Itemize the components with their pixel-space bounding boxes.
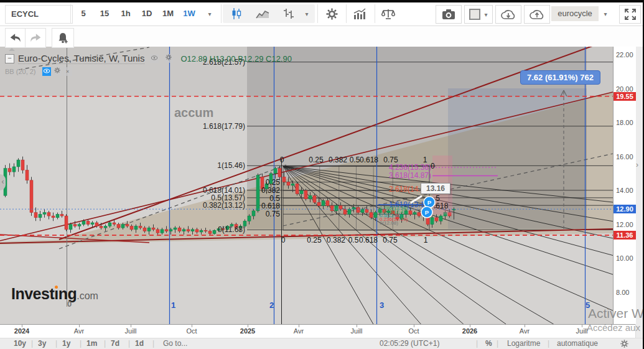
range-button-1m[interactable]: 1m [86, 339, 97, 348]
candle [47, 213, 50, 216]
time-tick-Oct: Oct [186, 327, 197, 335]
indicator-eye-icon[interactable] [42, 67, 51, 76]
candle [409, 211, 412, 214]
goto-button[interactable]: Go to... [163, 339, 187, 348]
charting-app-window: ECYCL 5151h1D1M1W ▾ [0, 0, 644, 349]
axis-settings-button[interactable] [620, 340, 628, 349]
undo-button[interactable] [5, 28, 26, 48]
candle [30, 180, 33, 213]
chart-plot-area[interactable]: 2.618(21.57)1.618(17.79)1(15.46)0.618(14… [0, 47, 613, 324]
price-tick: 10.00 [616, 254, 633, 262]
price-badge-12.90: 12.90 [614, 205, 636, 213]
candle [73, 225, 77, 226]
clock-label: 02:05:29 (UTC+1) [380, 339, 439, 348]
candle [21, 160, 24, 170]
timeframe-button-5[interactable]: 5 [73, 5, 93, 22]
candle [152, 228, 155, 230]
candle [12, 167, 16, 172]
cloud-upload-icon [529, 9, 545, 20]
candlestick-chart-type-button[interactable] [225, 5, 248, 22]
load-chart-button[interactable] [495, 5, 521, 24]
panel-expand-arrow[interactable]: › [636, 161, 638, 169]
indicator-settings-icon[interactable] [53, 67, 62, 76]
candle [335, 206, 338, 211]
candle [134, 226, 138, 229]
candle [17, 160, 20, 167]
fullscreen-button[interactable] [619, 5, 641, 24]
candle [56, 214, 59, 217]
measure-label[interactable]: 7.62 (61.91%) 762 [520, 70, 600, 85]
layout-button[interactable]: ▾ [464, 5, 493, 24]
timeframe-button-15[interactable]: 15 [95, 5, 114, 22]
fan-scale-bottom: 0 [281, 236, 286, 244]
candle [200, 230, 203, 232]
toolbar-scroll-caret[interactable] [9, 48, 15, 51]
price-tick: 20.00 [616, 85, 633, 93]
range-button-10y[interactable]: 10y [14, 339, 26, 348]
saved-layout-name[interactable]: eurocycle [551, 6, 599, 21]
auto-scale-button[interactable]: automatique [557, 339, 598, 348]
candle [365, 209, 368, 212]
area-chart-type-button[interactable] [251, 5, 274, 22]
fan-scale-bottom: 1 [424, 236, 428, 244]
candle [34, 213, 37, 218]
legend-collapse-icon[interactable]: − [5, 54, 14, 63]
candle [26, 170, 29, 180]
candle [296, 184, 299, 193]
screenshot-button[interactable] [436, 5, 462, 24]
range-button-1d[interactable]: 1d [135, 339, 144, 348]
elliott-wave-label-0[interactable]: 0 [67, 299, 72, 309]
top-toolbar: ECYCL 5151h1D1M1W ▾ [0, 2, 643, 26]
candle [413, 213, 416, 215]
price-axis[interactable]: 22.0020.0018.0016.0014.0012.0010.008.001… [613, 47, 636, 324]
elliott-wave-label-3[interactable]: 3 [380, 300, 384, 310]
range-button-7d[interactable]: 7d [111, 339, 119, 348]
candle [309, 195, 312, 198]
range-button-3y[interactable]: 3y [38, 339, 46, 348]
candle [130, 226, 133, 229]
time-axis[interactable]: 2024AvrJuillOct2025AvrJuillOct2026AvrJui… [0, 324, 635, 338]
percent-scale-button[interactable]: % [485, 339, 492, 348]
accum-annotation[interactable]: accum [174, 106, 213, 120]
indicator-close-icon[interactable]: × [63, 67, 72, 76]
timeframe-button-1M[interactable]: 1M [158, 5, 178, 22]
time-tick-Oct: Oct [408, 327, 419, 335]
indicators-button[interactable] [348, 5, 371, 22]
candle [39, 214, 42, 217]
fib-retracement-label: 1(15.46) [217, 161, 245, 170]
candle [82, 221, 85, 224]
candle [431, 218, 434, 225]
add-alert-button[interactable] [52, 28, 74, 48]
fan-scale-bottom: 0.75 [383, 236, 398, 244]
redo-button[interactable] [25, 28, 46, 48]
save-chart-button[interactable] [524, 5, 550, 24]
fib-small-label: 0(12.08) [380, 220, 398, 226]
chart-settings-button[interactable] [321, 5, 342, 22]
elliott-wave-label-1[interactable]: 1 [171, 300, 175, 310]
chart-type-dropdown[interactable]: ▾ [300, 5, 314, 22]
fan-scale-left: 0.618 [261, 202, 280, 210]
candle [339, 206, 342, 209]
candle [330, 206, 334, 211]
layout-name-dropdown[interactable]: ▾ [599, 5, 612, 22]
candle [182, 230, 185, 231]
timeframe-button-1W[interactable]: 1W [179, 5, 199, 22]
candle [156, 230, 159, 233]
range-button-1y[interactable]: 1y [62, 339, 70, 348]
eye-icon[interactable] [150, 54, 159, 63]
fan-scale-bottom: 0.618 [359, 236, 378, 244]
compare-button[interactable] [377, 5, 399, 22]
investing-logo: Investıng.com [11, 285, 98, 303]
elliott-wave-label-2[interactable]: 2 [269, 300, 274, 310]
fan-scale-top: 0.75 [383, 156, 398, 164]
ohlc-values: O12.89 H13.00 B12.29 C12.90 [180, 54, 292, 63]
candle [117, 225, 120, 228]
symbol-input[interactable]: ECYCL [5, 5, 73, 24]
ohlc-bars-chart-type-button[interactable] [278, 5, 299, 22]
log-scale-button[interactable]: Logaritme [507, 339, 540, 348]
timeframe-button-1D[interactable]: 1D [137, 5, 157, 22]
settings-mini-icon[interactable] [164, 54, 173, 63]
candle [86, 221, 90, 224]
timeframe-button-1h[interactable]: 1h [116, 5, 136, 22]
timeframe-dropdown[interactable]: ▾ [202, 5, 218, 22]
